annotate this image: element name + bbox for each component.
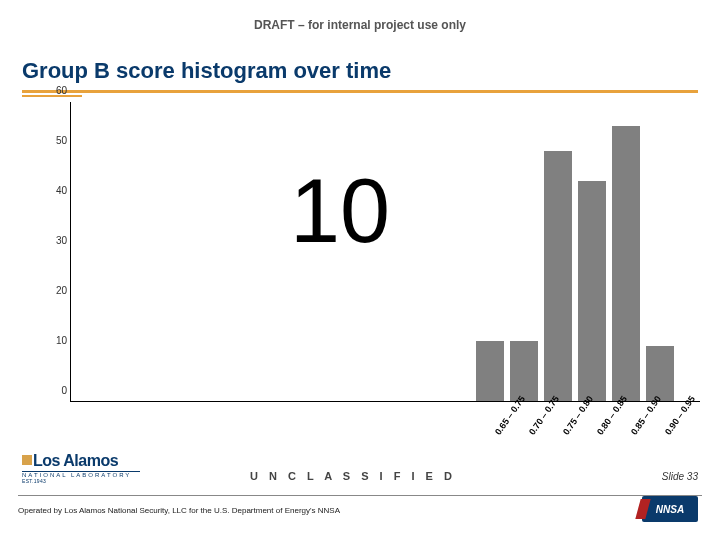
title-block: Group B score histogram over time <box>22 58 698 97</box>
overlay-number: 10 <box>290 160 390 263</box>
draft-banner: DRAFT – for internal project use only <box>0 18 720 32</box>
y-tick: 40 <box>43 185 67 196</box>
lanl-logo-name: Los Alamos <box>33 452 118 469</box>
bar <box>578 181 606 401</box>
bar <box>646 346 674 401</box>
y-tick: 60 <box>43 85 67 96</box>
slide: DRAFT – for internal project use only Gr… <box>0 0 720 540</box>
slide-title: Group B score histogram over time <box>22 58 698 84</box>
bar <box>476 341 504 401</box>
y-tick: 10 <box>43 335 67 346</box>
nnsa-logo-text: NNSA <box>656 504 684 515</box>
lanl-logo-line2: EST.1943 <box>22 478 152 484</box>
slide-number: Slide 33 <box>662 471 698 482</box>
bar <box>612 126 640 401</box>
bar <box>510 341 538 401</box>
footer-divider <box>18 495 702 496</box>
title-rule <box>22 90 698 93</box>
y-tick: 20 <box>43 285 67 296</box>
footer-text: Operated by Los Alamos National Security… <box>18 506 340 515</box>
x-tick: 0.90 – 0.95 <box>663 408 704 448</box>
xticks-container: 0.65 – 0.750.70 – 0.750.75 – 0.800.80 – … <box>70 402 700 432</box>
nnsa-logo: NNSA <box>642 496 698 522</box>
bar <box>544 151 572 401</box>
histogram-chart: 0102030405060 0.65 – 0.750.70 – 0.750.75… <box>40 102 700 432</box>
y-tick: 0 <box>43 385 67 396</box>
y-tick: 30 <box>43 235 67 246</box>
classification-label: U N C L A S S I F I E D <box>250 470 456 482</box>
lanl-logo: Los Alamos NATIONAL LABORATORY EST.1943 <box>22 452 152 484</box>
y-tick: 50 <box>43 135 67 146</box>
